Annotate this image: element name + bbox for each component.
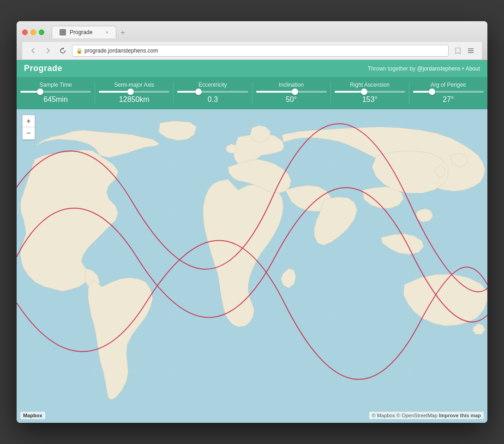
control-label-right-ascension: Right Ascension xyxy=(350,82,390,88)
improve-map-link[interactable]: Improve this map xyxy=(439,413,481,418)
control-label-eccentricity: Eccentricity xyxy=(198,82,227,88)
forward-button[interactable] xyxy=(42,45,54,56)
slider-track-eccentricity[interactable] xyxy=(177,91,248,93)
control-label-arg-of-perigee: Arg of Perigee xyxy=(431,82,466,88)
app-attribution: Thrown together by @jordanstephens • Abo… xyxy=(368,65,480,72)
url-bar[interactable]: 🔒 prograde.jordanstephens.com xyxy=(72,45,449,57)
tab-bar: Prograde × + xyxy=(52,26,462,38)
tab-title: Prograde xyxy=(70,29,92,36)
attribution-text: Thrown together by xyxy=(368,65,417,72)
map-container: + − Mapbox © Mapbox © OpenStreetMap Impr… xyxy=(17,109,487,423)
control-value-arg-of-perigee: 27° xyxy=(443,95,454,104)
minimize-button[interactable] xyxy=(30,30,36,35)
reload-button[interactable] xyxy=(57,45,68,56)
control-value-sample-time: 645min xyxy=(43,95,67,104)
nav-bar: 🔒 prograde.jordanstephens.com xyxy=(22,42,482,60)
author-link[interactable]: @jordanstephens xyxy=(417,65,461,72)
control-item-semi-major-axis: Semi-major Axis12850km xyxy=(95,82,174,104)
zoom-out-button[interactable]: − xyxy=(23,127,35,139)
control-item-sample-time: Sample Time645min xyxy=(17,82,95,104)
slider-fill-semi-major-axis xyxy=(99,91,131,93)
map-svg xyxy=(17,109,487,423)
slider-fill-inclination xyxy=(256,91,295,93)
slider-thumb-arg-of-perigee[interactable] xyxy=(429,89,435,95)
traffic-lights xyxy=(22,30,44,35)
url-text: prograde.jordanstephens.com xyxy=(84,47,158,54)
control-item-right-ascension: Right Ascension153° xyxy=(331,82,409,104)
slider-track-arg-of-perigee[interactable] xyxy=(413,91,484,93)
control-item-arg-of-perigee: Arg of Perigee27° xyxy=(409,82,487,104)
control-value-inclination: 50° xyxy=(286,95,297,104)
slider-thumb-right-ascension[interactable] xyxy=(361,89,367,95)
control-label-sample-time: Sample Time xyxy=(40,82,72,88)
browser-window: Prograde × + 🔒 prograde.jordanstephens.c… xyxy=(17,21,487,423)
app-title: Prograde xyxy=(24,64,62,73)
back-button[interactable] xyxy=(28,45,39,56)
new-tab-button[interactable]: + xyxy=(116,27,129,38)
tab-favicon xyxy=(60,29,66,36)
maximize-button[interactable] xyxy=(39,30,44,35)
control-label-inclination: Inclination xyxy=(279,82,304,88)
zoom-in-button[interactable]: + xyxy=(23,115,35,127)
control-value-eccentricity: 0.3 xyxy=(208,95,218,104)
control-item-eccentricity: Eccentricity0.3 xyxy=(174,82,252,104)
slider-track-sample-time[interactable] xyxy=(20,91,91,93)
slider-track-right-ascension[interactable] xyxy=(335,91,405,93)
close-button[interactable] xyxy=(22,30,28,35)
control-value-right-ascension: 153° xyxy=(362,95,378,104)
about-link[interactable]: About xyxy=(466,65,480,72)
control-label-semi-major-axis: Semi-major Axis xyxy=(114,82,154,88)
app-header: Prograde Thrown together by @jordansteph… xyxy=(17,60,487,77)
active-tab[interactable]: Prograde × xyxy=(52,26,116,38)
mapbox-logo: Mapbox xyxy=(20,412,45,419)
menu-button[interactable] xyxy=(465,45,476,56)
slider-track-inclination[interactable] xyxy=(256,91,327,93)
slider-thumb-inclination[interactable] xyxy=(292,89,298,95)
tab-close-button[interactable]: × xyxy=(106,30,108,35)
separator: • xyxy=(461,65,466,72)
bookmark-button[interactable] xyxy=(452,45,463,56)
nav-actions xyxy=(452,45,476,56)
slider-thumb-sample-time[interactable] xyxy=(37,89,43,95)
control-item-inclination: Inclination50° xyxy=(252,82,331,104)
url-lock-icon: 🔒 xyxy=(76,48,83,54)
map-controls: + − xyxy=(22,115,35,140)
title-bar: Prograde × + 🔒 prograde.jordanstephens.c… xyxy=(17,21,487,60)
map-footer: © Mapbox © OpenStreetMap Improve this ma… xyxy=(369,412,484,419)
slider-fill-right-ascension xyxy=(335,91,364,93)
slider-thumb-eccentricity[interactable] xyxy=(195,89,202,95)
controls-bar: Sample Time645minSemi-major Axis12850kmE… xyxy=(17,77,487,109)
control-value-semi-major-axis: 12850km xyxy=(119,95,150,104)
slider-thumb-semi-major-axis[interactable] xyxy=(127,89,134,95)
slider-track-semi-major-axis[interactable] xyxy=(99,91,169,93)
